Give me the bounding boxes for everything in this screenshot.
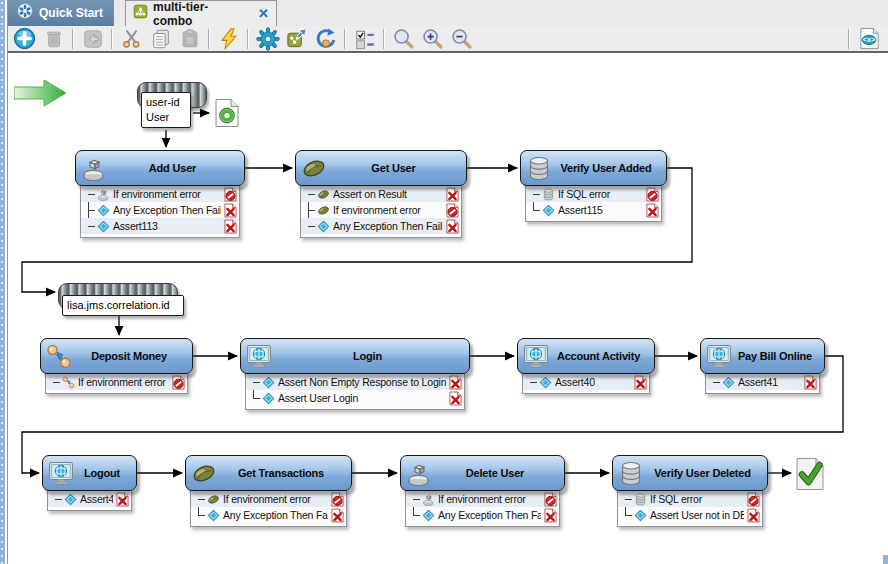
step-header[interactable]: Get User <box>295 150 467 186</box>
step-title: Account Activity <box>554 350 649 362</box>
app-window: user-idUserlisa.jms.correlation.idAdd Us… <box>0 0 888 564</box>
assertions-panel: Assert42 <box>47 488 132 511</box>
assertion-row[interactable]: Assert113 <box>81 218 238 234</box>
dataset-label[interactable]: user-idUser <box>141 92 191 128</box>
red-x-icon <box>449 375 462 390</box>
assertion-row[interactable]: Any Exception Then Fail <box>191 507 345 523</box>
step-title: Get Transactions <box>222 467 346 479</box>
zoom-in-button[interactable] <box>419 27 446 51</box>
step-title: Logout <box>79 467 131 479</box>
step-node-deposit-money: Deposit MoneyIf environment error <box>40 338 193 397</box>
step-node-login: LoginAssert Non Empty Response to LoginA… <box>240 338 470 413</box>
red-x-icon <box>446 187 459 202</box>
add-circle-button[interactable] <box>11 27 38 51</box>
step-title: Deposit Money <box>77 350 187 362</box>
step-header[interactable]: Delete User <box>400 455 565 491</box>
step-header[interactable]: Get Transactions <box>185 455 352 491</box>
red-x-icon <box>116 492 129 507</box>
step-header[interactable]: Pay Bill Online <box>700 338 825 374</box>
assertion-row[interactable]: If environment error <box>406 491 558 507</box>
assertions-panel: If environment errorAny Exception Then F… <box>190 488 347 527</box>
step-header[interactable]: Deposit Money <box>40 338 193 374</box>
assertion-label: If SQL error <box>558 188 643 200</box>
database-icon <box>634 493 647 506</box>
cut-scissors-button[interactable] <box>118 27 145 51</box>
assertion-row[interactable]: If environment error <box>46 374 186 390</box>
assertion-row[interactable]: If environment error <box>301 202 460 218</box>
tab-quick-start[interactable]: Quick Start <box>8 0 114 26</box>
export-model-button[interactable] <box>283 27 310 51</box>
assertion-row[interactable]: Any Exception Then Fail <box>81 202 238 218</box>
assertion-row[interactable]: If environment error <box>81 186 238 202</box>
messaging-icon <box>62 376 75 389</box>
assertion-row[interactable]: If SQL error <box>526 186 660 202</box>
panel-divider <box>7 0 8 564</box>
java-bean-icon <box>301 155 327 182</box>
assertion-row[interactable]: If environment error <box>191 491 345 507</box>
diamond-icon <box>539 376 552 389</box>
red-x-icon <box>634 375 647 390</box>
revert-button[interactable] <box>312 27 339 51</box>
assertion-row[interactable]: Assert User not in DB <box>618 507 761 523</box>
assertion-row[interactable]: Any Exception Then Fail <box>406 507 558 523</box>
assertion-row[interactable]: Assert on Result <box>301 186 460 202</box>
assertions-panel: If SQL errorAssert115 <box>525 183 662 222</box>
record-document-icon[interactable] <box>214 98 240 132</box>
no-entry-icon <box>331 492 344 507</box>
checklist-button[interactable] <box>351 27 378 51</box>
assertion-row[interactable]: Assert40 <box>523 374 648 390</box>
assertion-label: Any Exception Then Fail <box>223 509 328 521</box>
scroll-corner <box>883 555 888 564</box>
assertion-label: Any Exception Then Fail <box>113 204 221 216</box>
settings-gear-button[interactable] <box>254 27 281 51</box>
step-header[interactable]: Add User <box>75 150 245 186</box>
zoom-button[interactable] <box>390 27 417 51</box>
assertion-row[interactable]: Assert115 <box>526 202 660 218</box>
close-tab-icon[interactable]: ✕ <box>258 6 269 21</box>
assertion-row[interactable]: Assert Non Empty Response to Login <box>246 374 463 390</box>
assertions-panel: Assert41 <box>705 371 820 394</box>
assertion-row[interactable]: Assert42 <box>48 491 130 507</box>
step-node-pay-bill-online: Pay Bill OnlineAssert41 <box>700 338 825 397</box>
xml-document-button[interactable]: <x> <box>856 27 883 51</box>
dataset-label[interactable]: lisa.jms.correlation.id <box>62 295 184 316</box>
copy-button[interactable] <box>147 27 174 51</box>
workflow-canvas[interactable]: user-idUserlisa.jms.correlation.idAdd Us… <box>0 0 888 564</box>
step-node-logout: LogoutAssert42 <box>42 455 137 514</box>
assertion-row[interactable]: Assert41 <box>706 374 818 390</box>
run-lightning-button[interactable] <box>215 27 242 51</box>
assertions-panel: Assert on ResultIf environment errorAny … <box>300 183 462 238</box>
assertion-label: If environment error <box>333 204 443 216</box>
step-title: Login <box>277 350 464 362</box>
assertion-row[interactable]: Any Exception Then Fail <box>301 218 460 234</box>
diamond-icon <box>64 493 77 506</box>
step-header[interactable]: Verify User Deleted <box>612 455 768 491</box>
tab-multi-tier-combo[interactable]: multi-tier-combo ✕ <box>125 0 277 26</box>
step-header[interactable]: Logout <box>42 455 137 491</box>
assertions-panel: If environment errorAny Exception Then F… <box>80 183 240 238</box>
java-bean-icon <box>207 493 220 506</box>
assertion-row[interactable]: If SQL error <box>618 491 761 507</box>
no-entry-icon <box>544 492 557 507</box>
java-bean-icon <box>191 460 217 487</box>
step-header[interactable]: Verify User Added <box>520 150 667 186</box>
step-node-add-user: Add UserIf environment errorAny Exceptio… <box>75 150 245 241</box>
paste-clipboard-button <box>176 27 203 51</box>
diamond-icon <box>207 509 220 522</box>
step-header[interactable]: Login <box>240 338 470 374</box>
green-check-document-icon[interactable] <box>795 457 825 495</box>
assertion-row[interactable]: Assert User Login <box>246 390 463 406</box>
diamond-icon <box>97 204 110 217</box>
assertion-label: Assert41 <box>738 376 801 388</box>
database-icon <box>542 188 555 201</box>
diamond-icon <box>542 204 555 217</box>
step-header[interactable]: Account Activity <box>517 338 655 374</box>
tab-label: multi-tier-combo <box>153 0 247 28</box>
database-icon <box>618 460 644 487</box>
zoom-out-button[interactable] <box>448 27 475 51</box>
step-node-delete-user: Delete UserIf environment errorAny Excep… <box>400 455 565 530</box>
splitter-handle[interactable] <box>0 0 5 564</box>
step-title: Get User <box>332 162 461 174</box>
diamond-icon <box>722 376 735 389</box>
red-x-icon <box>646 203 659 218</box>
